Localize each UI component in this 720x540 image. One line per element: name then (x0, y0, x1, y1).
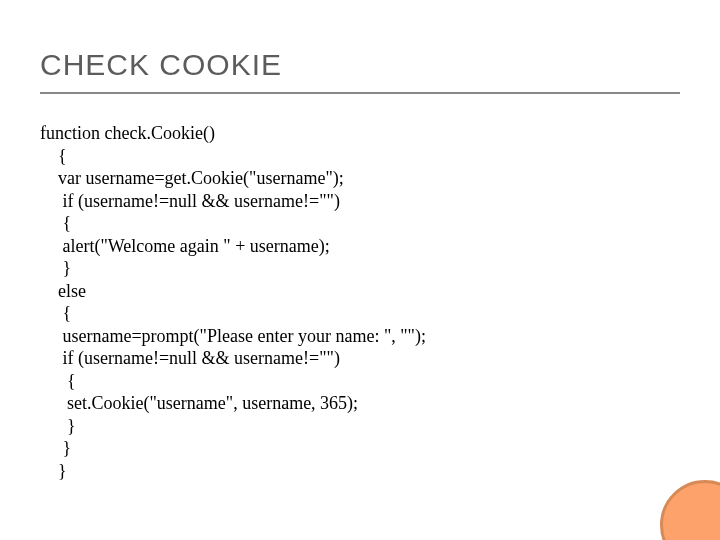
code-line: { (40, 146, 67, 166)
code-line: } (40, 461, 67, 481)
code-line: { (40, 213, 71, 233)
code-line: if (username!=null && username!="") (40, 191, 340, 211)
code-line: alert("Welcome again " + username); (40, 236, 330, 256)
code-line: } (40, 416, 76, 436)
code-line: } (40, 258, 71, 278)
code-line: var username=get.Cookie("username"); (40, 168, 344, 188)
code-line: } (40, 438, 71, 458)
code-line: else (40, 281, 86, 301)
code-line: { (40, 303, 71, 323)
code-line: function check.Cookie() (40, 123, 215, 143)
slide: CHECK COOKIE function check.Cookie() { v… (0, 0, 720, 540)
code-line: { (40, 371, 76, 391)
code-line: set.Cookie("username", username, 365); (40, 393, 358, 413)
code-block: function check.Cookie() { var username=g… (40, 122, 680, 482)
decor-circle-icon (660, 480, 720, 540)
slide-title: CHECK COOKIE (40, 48, 680, 94)
code-line: if (username!=null && username!="") (40, 348, 340, 368)
code-line: username=prompt("Please enter your name:… (40, 326, 426, 346)
